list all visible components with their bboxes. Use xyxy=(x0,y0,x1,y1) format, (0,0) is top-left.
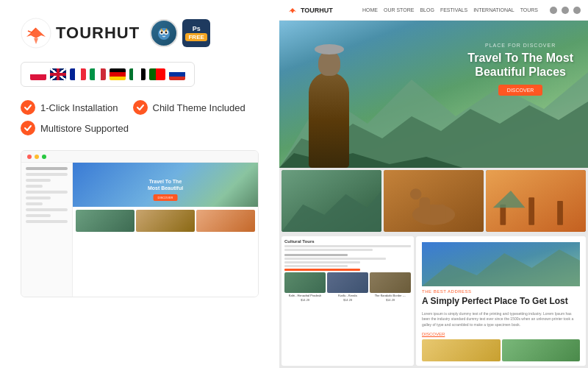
search-icon[interactable] xyxy=(550,7,557,14)
preview-main: Travel To TheMost Beautiful DISCOVER xyxy=(73,163,258,297)
small-preview: Travel To TheMost Beautiful DISCOVER xyxy=(21,150,259,297)
svg-rect-18 xyxy=(528,197,534,224)
nav-international[interactable]: INTERNATIONAL xyxy=(473,7,514,13)
flag-russia xyxy=(169,68,185,80)
nav-blog[interactable]: BLOG xyxy=(420,7,434,13)
left-panel: TOURHUT Ps xyxy=(0,0,279,368)
owl-icon xyxy=(155,24,173,42)
nav-festivals[interactable]: FESTIVALS xyxy=(440,7,467,13)
shop-img-1 xyxy=(284,272,326,293)
content-small-img-1 xyxy=(422,339,501,361)
features-list: 1-Click Installation Child Theme Include… xyxy=(21,100,259,135)
cart-icon[interactable] xyxy=(573,7,581,14)
site-hero: PLACE FOR DISCOVER Travel To The Most Be… xyxy=(279,21,588,168)
nav-tours[interactable]: TOURS xyxy=(520,7,538,13)
flags-row xyxy=(21,62,195,87)
logo-brand: TOURHUT xyxy=(21,18,140,49)
sidebar-line-4 xyxy=(26,185,43,188)
feature-row-2: Multistore Supported xyxy=(21,121,259,135)
feature-install: 1-Click Installation xyxy=(21,100,118,115)
content-heading: A Simply Perfect Place To Get Lost xyxy=(422,296,580,308)
shop-price-2: $14.28 xyxy=(327,298,368,302)
feature-multistore: Multistore Supported xyxy=(21,121,129,135)
img-svg-3 xyxy=(486,170,586,232)
image-cell-2 xyxy=(384,170,484,232)
shop-price-3: $14.28 xyxy=(370,298,411,302)
hero-main-heading: Travel To The Most Beautiful Places xyxy=(467,51,573,79)
shop-item-1: Kafri - Himachal Pradesh $14.28 xyxy=(284,272,326,302)
flag-poland xyxy=(30,68,46,80)
shop-preview: Cultural Tours Kafri - Himachal Prades xyxy=(282,236,414,366)
content-preview: THE BEST ADDRESS A Simply Perfect Place … xyxy=(416,236,586,366)
content-img-row xyxy=(422,339,580,361)
image-grid xyxy=(279,168,588,234)
feature-row-1: 1-Click Installation Child Theme Include… xyxy=(21,100,259,115)
site-logo-small: TOURHUT xyxy=(287,4,333,16)
filter-item-1 xyxy=(284,261,360,263)
preview-hero-text: Travel To TheMost Beautiful xyxy=(148,178,183,191)
content-hero-svg xyxy=(422,242,580,286)
sidebar-line-9 xyxy=(26,214,51,217)
img-svg-2 xyxy=(384,170,484,232)
photoshop-badge: Ps FREE xyxy=(182,19,210,47)
preview-hero: Travel To TheMost Beautiful DISCOVER xyxy=(73,163,258,207)
shop-price-1: $14.28 xyxy=(284,298,326,302)
filter-title: Cultural Tours xyxy=(284,239,411,244)
svg-rect-14 xyxy=(437,205,446,222)
account-icon[interactable] xyxy=(562,7,569,14)
check-icon-install xyxy=(21,100,35,115)
main-container: TOURHUT Ps xyxy=(0,0,588,368)
preview-sidebar xyxy=(21,163,73,297)
logo-area: TOURHUT Ps xyxy=(21,18,259,49)
preview-grid-item-2 xyxy=(136,210,195,232)
preview-grid-item-1 xyxy=(76,210,135,232)
nav-home[interactable]: HOME xyxy=(362,7,378,13)
preview-top-bar xyxy=(21,151,258,163)
content-body: Lorem ipsum is simply dummy text of the … xyxy=(422,311,580,328)
content-discover-link[interactable]: DISCOVER xyxy=(422,332,580,336)
dot-green xyxy=(42,155,46,159)
flag-portugal xyxy=(149,68,165,80)
img-svg-1 xyxy=(282,170,381,232)
bottom-section: Cultural Tours Kafri - Himachal Prades xyxy=(279,234,588,368)
right-mockup: TOURHUT HOME OUR STORE BLOG FESTIVALS IN… xyxy=(279,0,588,368)
feature-install-label: 1-Click Installation xyxy=(40,102,118,113)
nav-links: HOME OUR STORE BLOG FESTIVALS INTERNATIO… xyxy=(362,7,538,13)
nav-store[interactable]: OUR STORE xyxy=(384,7,415,13)
content-label: THE BEST ADDRESS xyxy=(422,289,580,294)
svg-point-1 xyxy=(158,28,170,40)
feature-multistore-label: Multistore Supported xyxy=(40,123,129,134)
svg-point-15 xyxy=(410,188,422,199)
sidebar-line-2 xyxy=(26,173,68,176)
plane-icon xyxy=(21,18,51,49)
image-cell-3 xyxy=(486,170,586,232)
filter-cat-line xyxy=(284,258,386,260)
feature-child-label: Child Theme Included xyxy=(153,102,245,113)
sidebar-line-orange xyxy=(26,220,68,223)
filter-section xyxy=(284,254,411,271)
sidebar-line-8 xyxy=(26,208,68,211)
person-hat xyxy=(315,44,344,54)
shop-item-3: The Karakobi Border -... $14.28 xyxy=(370,272,411,302)
right-panel: TOURHUT HOME OUR STORE BLOG FESTIVALS IN… xyxy=(279,0,588,368)
brand-name: TOURHUT xyxy=(56,24,140,43)
filter-line-1 xyxy=(284,245,411,247)
image-cell-1 xyxy=(282,170,381,232)
check-icon-child xyxy=(133,100,148,115)
site-logo-text: TOURHUT xyxy=(301,7,333,14)
hero-cta-button[interactable]: DISCOVER xyxy=(498,85,543,96)
flag-germany xyxy=(110,68,126,80)
flag-uk xyxy=(50,68,66,80)
preview-grid xyxy=(73,207,258,235)
preview-content: Travel To TheMost Beautiful DISCOVER xyxy=(21,163,258,297)
hero-text-area: PLACE FOR DISCOVER Travel To The Most Be… xyxy=(467,43,573,96)
svg-rect-19 xyxy=(557,201,563,225)
dot-yellow xyxy=(35,155,39,159)
shop-item-2: Kodlu - Kerala $14.28 xyxy=(327,272,368,302)
sidebar-line-7 xyxy=(26,202,43,205)
svg-point-12 xyxy=(412,205,455,225)
person-silhouette xyxy=(309,72,349,168)
preview-hero-btn: DISCOVER xyxy=(154,194,178,201)
flag-uae xyxy=(129,68,146,80)
content-small-img-2 xyxy=(502,339,581,361)
